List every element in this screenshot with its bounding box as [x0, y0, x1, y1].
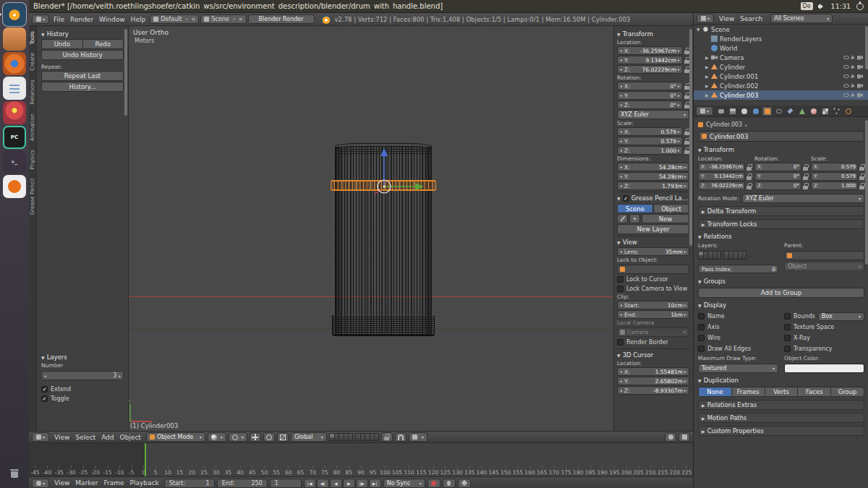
expand-icon[interactable]: ▼: [697, 27, 702, 32]
layer-grid[interactable]: [698, 251, 721, 260]
duplication-option-button[interactable]: None: [698, 387, 732, 397]
scale-field[interactable]: ◂X:0.579▸: [617, 127, 683, 136]
dimension-field[interactable]: ◂Y:54.28cm▸: [617, 172, 689, 181]
transform-panel-header[interactable]: ▼Transform: [698, 145, 864, 155]
add-to-group-button[interactable]: Add to Group: [698, 288, 864, 298]
rotation-field[interactable]: ◂Y:0°▸: [617, 91, 683, 100]
expand-icon[interactable]: ▶: [705, 64, 711, 69]
properties-tab[interactable]: [831, 106, 842, 116]
screen-layout-selector[interactable]: Default ＋ ✕: [150, 14, 199, 24]
duplication-option-button[interactable]: Frames: [732, 387, 765, 397]
scene-lock-icon[interactable]: [381, 432, 393, 442]
menu-item[interactable]: View: [716, 15, 737, 22]
renderability-icon[interactable]: [857, 93, 863, 98]
gp-add-icon[interactable]: ＋: [629, 214, 640, 223]
scene-selector[interactable]: Scene ＋ ✕: [200, 14, 246, 24]
texture-space-checkbox[interactable]: [784, 324, 791, 330]
playback-button[interactable]: ◀|: [317, 479, 329, 488]
outliner-row[interactable]: World: [694, 43, 868, 53]
location-field[interactable]: ◂Y:9.13442cm▸: [617, 56, 683, 64]
3d-cursor-panel-header[interactable]: ▼3D Cursor: [617, 350, 689, 360]
snap-element-select[interactable]: ▾: [409, 432, 427, 442]
manipulator-scale-toggle[interactable]: [277, 432, 289, 442]
properties-tab[interactable]: [762, 106, 773, 116]
lock-icon[interactable]: [684, 102, 689, 108]
properties-tab[interactable]: [820, 106, 830, 116]
selectability-icon[interactable]: [851, 83, 856, 88]
lock-icon[interactable]: [746, 183, 752, 189]
playback-button[interactable]: ▶: [343, 479, 355, 488]
current-frame-playhead[interactable]: [145, 443, 146, 476]
motion-paths-panel-header[interactable]: ▶Motion Paths: [698, 413, 864, 423]
bounds-checkbox[interactable]: [784, 313, 791, 320]
draw-all-edges-checkbox[interactable]: [698, 346, 705, 352]
clip-end-field[interactable]: ◂End:1km▸: [617, 310, 689, 319]
repeat-last-button[interactable]: Repeat Last: [41, 71, 124, 81]
menu-item[interactable]: Object: [117, 434, 144, 441]
lock-camera-checkbox[interactable]: [617, 286, 624, 292]
keyboard-layout-indicator[interactable]: De: [801, 2, 813, 10]
rotation-mode-select[interactable]: XYZ Euler▾: [742, 194, 864, 203]
session-menu-icon[interactable]: [856, 3, 864, 10]
menu-item[interactable]: View: [51, 434, 72, 441]
launcher-item[interactable]: [3, 3, 26, 26]
dimension-field[interactable]: ◂Z:1.793m▸: [617, 181, 689, 190]
object-color-swatch[interactable]: [784, 364, 864, 373]
volume-icon[interactable]: [818, 3, 826, 10]
visibility-eye-icon[interactable]: [843, 65, 849, 69]
location-field[interactable]: ◂X:-36.25967cm▸: [617, 46, 683, 55]
current-frame-field[interactable]: 1: [270, 479, 302, 488]
launcher-item[interactable]: [3, 77, 26, 100]
launcher-item[interactable]: [3, 52, 26, 75]
gp-new-layer-button[interactable]: New Layer: [617, 224, 689, 234]
lock-icon[interactable]: [859, 164, 864, 171]
undo-button[interactable]: Undo: [41, 39, 83, 49]
lock-icon[interactable]: [684, 48, 689, 54]
outliner-row[interactable]: ▼ Scene: [694, 25, 868, 34]
lock-icon[interactable]: [803, 183, 808, 189]
timeline-ruler[interactable]: -45-40-35-30-25-20-15-10-505101520253035…: [29, 443, 693, 476]
lock-icon[interactable]: [859, 174, 864, 180]
toggle-checkbox[interactable]: [41, 395, 48, 402]
clock[interactable]: 11:31: [831, 2, 851, 10]
gp-scene-button[interactable]: Scene: [617, 204, 653, 213]
clip-start-field[interactable]: ◂Start:10cm▸: [617, 301, 689, 309]
properties-tab[interactable]: [808, 106, 819, 116]
scale-field[interactable]: Y:0.579: [811, 172, 858, 181]
editor-type-3dview-icon[interactable]: ▾: [32, 432, 49, 442]
transparency-checkbox[interactable]: [784, 346, 791, 352]
lock-icon[interactable]: [803, 174, 808, 180]
view-panel-header[interactable]: ▼View: [617, 237, 689, 247]
menu-item[interactable]: Add: [98, 434, 116, 441]
snap-magnet-toggle[interactable]: [395, 432, 407, 442]
tool-shelf-scrollbar[interactable]: [124, 29, 127, 116]
selectability-icon[interactable]: [851, 93, 856, 98]
pass-index-field[interactable]: Pass Index:0: [698, 265, 778, 273]
grease-pencil-checkbox[interactable]: [623, 195, 629, 202]
relations-panel-header[interactable]: ▼Relations: [698, 231, 864, 241]
menu-item[interactable]: Marker: [72, 479, 101, 487]
dimension-field[interactable]: ◂X:54.28cm▸: [617, 163, 689, 171]
groups-panel-header[interactable]: ▼Groups: [698, 276, 864, 286]
transform-locks-panel-header[interactable]: ▶Transform Locks: [698, 219, 864, 229]
lens-field[interactable]: ◂Lens:35mm▸: [617, 247, 689, 256]
tool-shelf-tab[interactable]: Tools: [29, 27, 36, 48]
properties-tab[interactable]: [843, 106, 854, 116]
properties-tab[interactable]: [727, 106, 738, 116]
auto-keyframe-record-button[interactable]: [427, 479, 441, 488]
xray-checkbox[interactable]: [784, 335, 791, 341]
lock-object-field[interactable]: [617, 265, 689, 274]
location-field[interactable]: Z:76.02229cm: [698, 181, 745, 190]
transform-manipulator[interactable]: [354, 145, 434, 200]
layer-grid[interactable]: [355, 433, 379, 441]
playback-button[interactable]: |▶: [356, 479, 368, 488]
renderability-icon[interactable]: [857, 56, 863, 60]
n-panel-scrollbar[interactable]: [689, 29, 692, 246]
layer-visibility-widget[interactable]: [329, 433, 379, 441]
menu-item[interactable]: View: [51, 479, 72, 487]
add-layout-icon[interactable]: ＋: [184, 16, 189, 23]
outliner-row[interactable]: ▶ Cylinder.003: [694, 90, 868, 100]
lock-icon[interactable]: [803, 164, 808, 171]
keying-set-icon[interactable]: [443, 479, 456, 488]
menu-item[interactable]: File: [51, 16, 67, 23]
